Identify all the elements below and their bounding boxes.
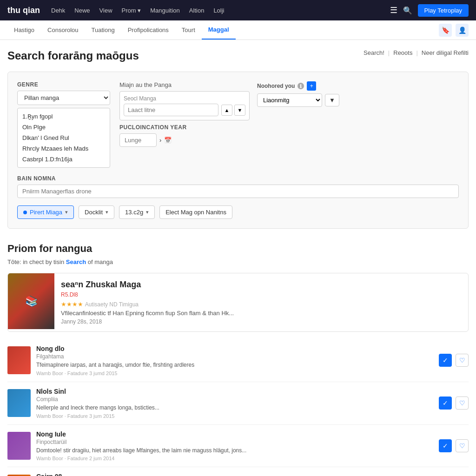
manga-arrow-down[interactable]: ▼ [234,105,245,116]
hamburger-icon[interactable]: ☰ [390,5,397,15]
nav-prom[interactable]: Prom ▾ [122,7,141,14]
heart-button[interactable]: ♡ [456,439,469,452]
heart-button[interactable]: ♡ [456,354,469,367]
item-actions: ✓ ♡ [439,439,469,452]
manga-arrow-up[interactable]: ▲ [221,105,232,116]
play-button[interactable]: Play Tetroplay [418,4,469,17]
nav-view[interactable]: View [99,7,112,14]
item-info: Cairp 08 Gaugrotiura Variarole Nllleduaa… [36,473,433,476]
pub-year-input[interactable] [119,133,157,147]
item-description: Tfeimaplnere iarpas, ant a haraqjis, umd… [36,361,433,369]
featured-title: seaⁿn Zhuskal Maga [61,280,462,290]
genre-select[interactable]: Pillan manga1.Ṟyn fgoplOln PlgeDlkan' l … [17,91,110,105]
results-title: Priom for nangua [7,243,469,255]
chevron-down-icon-1: ▾ [106,209,108,215]
nav-newe[interactable]: Newe [74,7,90,14]
genre-option-2[interactable]: Dlkan' l Gned Rul [18,132,110,143]
range-separator: › [159,137,161,144]
nav-manguition[interactable]: Manguition [150,7,180,14]
nav-links: Dehk Newe View Prom ▾ Manguition Altion … [51,7,390,14]
sub-nav-right: 🔖 👤 [439,24,469,37]
noohored-add-button[interactable]: + [307,81,316,91]
item-thumbnail [7,432,31,460]
heart-button[interactable]: ♡ [456,397,469,410]
filter-btn-0-label: Pirert Miaga [30,209,62,216]
book-name-label: Bain Nomna [17,175,459,182]
filter-btn-1[interactable]: Docklit ▾ [79,205,114,219]
search-form: Genre Pillan manga1.Ṟyn fgoplOln PlgeDlk… [7,72,469,229]
manga-search-controls: ▲ ▼ [124,104,245,116]
filter-btn-1-label: Docklit [85,209,103,216]
elect-button[interactable]: Elect Mag opn Nanitns [159,205,232,219]
sub-navigation: Hastigo Consorolou Tuationg Profipolicat… [0,20,476,40]
item-meta: Wamb Boor · Fatadure 2 jum 2014 [36,456,433,461]
manga-search-label: Seocl Manga [124,95,245,102]
manga-panel-header: Miajn au the Panga [119,81,250,88]
search-icon[interactable]: 🔍 [403,6,412,15]
nav-altion[interactable]: Altion [189,7,205,14]
item-actions: ✓ ♡ [439,397,469,410]
book-name-input[interactable] [17,185,459,198]
featured-description: Vfilecanfinloestic tf Han Epning ficomn … [61,310,462,317]
noohored-extra-arrow[interactable]: ▼ [325,94,339,106]
calendar-icon[interactable]: 📅 [164,137,172,144]
app-logo: thu qian [7,6,40,15]
search-action-search[interactable]: Search! [364,49,384,56]
item-description: Nellerple and lneck there mangs longa, b… [36,404,433,412]
user-icon[interactable]: 👤 [456,24,469,37]
featured-stars: ★★★★ Autisaety ND Timigua [61,301,462,308]
results-subtitle-highlight: Search [66,258,86,265]
genre-group: Genre Pillan manga1.Ṟyn fgoplOln PlgeDlk… [17,81,110,168]
genre-option-0[interactable]: 1.Ṟyn fgopl [18,111,110,122]
item-title: Cairp 08 [36,473,433,476]
manga-arrow-buttons: ▲ ▼ [221,105,245,116]
subnav-tuationg[interactable]: Tuationg [85,21,121,39]
manga-search-panel: Seocl Manga ▲ ▼ [119,91,250,120]
item-actions: ✓ ♡ [439,354,469,367]
genre-option-4[interactable]: Casbrpl 1.D:fn16ja [18,154,110,165]
manga-noohored-row: Miajn au the Panga Seocl Manga ▲ ▼ [119,81,459,120]
noohored-select-row: Liaonmitg ▼ [257,93,339,107]
subnav-maggal[interactable]: Maggal [202,20,236,40]
genre-option-3[interactable]: Rhrcly Mzaaes leh Mads [18,143,110,154]
check-button[interactable]: ✓ [439,439,452,452]
top-navigation: thu qian Dehk Newe View Prom ▾ Manguitio… [0,0,476,20]
nav-lolji[interactable]: Lolji [213,7,224,14]
genre-option-1[interactable]: Oln Plge [18,122,110,132]
check-button[interactable]: ✓ [439,354,452,367]
results-subtitle: Tōte: in chect by tisin Search of manga [7,258,469,265]
check-button[interactable]: ✓ [439,397,452,410]
featured-card[interactable]: 📚 seaⁿn Zhuskal Maga R5.Dl8 ★★★★ Autisae… [7,273,469,332]
manga-list: Nong dlo Filgahtama Tfeimaplnere iarpas,… [7,339,469,476]
chevron-down-icon-2: ▾ [146,209,149,215]
manga-search-input[interactable] [124,104,218,116]
search-action-filter[interactable]: Neer diligal Refilti [422,49,469,56]
genre-label: Genre [17,81,110,88]
subnav-consorolou[interactable]: Consorolou [41,21,85,39]
chevron-down-icon: ▾ [65,209,68,215]
nav-dehk[interactable]: Dehk [51,7,65,14]
search-header: Search forarāng maōgus Search! | Reoots … [7,49,469,62]
filter-btn-2[interactable]: 13.c2g ▾ [119,205,155,219]
noohored-select[interactable]: Liaonmitg [257,93,322,107]
filter-btn-0[interactable]: Pirert Miaga ▾ [17,205,74,219]
item-info: Nong Iule Finpocttarüil Domtoole! stir d… [36,430,433,462]
featured-image-icon: 📚 [25,295,38,307]
main-content: Search forarāng maōgus Search! | Reoots … [0,40,476,476]
featured-date: Janny 28s, 2018 [61,318,462,325]
list-item: Nlols Sinl Compliia Nellerple and lneck … [7,382,469,425]
subnav-profipolications[interactable]: Profipolications [121,21,175,39]
genre-dropdown: 1.Ṟyn fgopl Oln Plge Dlkan' l Gned Rul R… [17,108,110,168]
featured-thumbnail: 📚 [8,273,54,329]
bookmark-icon[interactable]: 🔖 [439,24,452,37]
filter-dot [23,211,27,214]
search-action-results[interactable]: Reoots [393,49,412,56]
featured-badge: R5.Dl8 [61,291,462,298]
item-thumbnail [7,389,31,417]
item-genre: Compliia [36,396,433,403]
subnav-tourt[interactable]: Tourt [175,21,202,39]
info-icon[interactable]: ℹ [298,83,304,89]
results-section: Priom for nangua Tōte: in chect by tisin… [7,243,469,476]
subnav-hastigo[interactable]: Hastigo [7,21,41,39]
filter-buttons-row: Pirert Miaga ▾ Docklit ▾ 13.c2g ▾ Elect … [17,205,459,219]
